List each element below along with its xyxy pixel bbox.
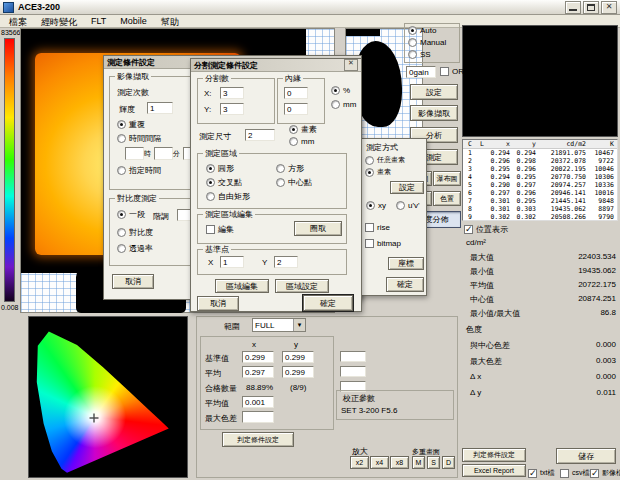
- menu-file[interactable]: 檔案: [2, 15, 34, 27]
- judge-condition-button[interactable]: 判定條件設定: [462, 448, 526, 462]
- csv-file-checkbox[interactable]: csv檔: [560, 468, 590, 478]
- secondary-image-view[interactable]: [462, 25, 618, 137]
- close-icon[interactable]: [344, 59, 358, 71]
- radio-circle[interactable]: 圓形: [206, 163, 234, 174]
- pick-button[interactable]: 圈取: [294, 221, 342, 236]
- col-y-header: y: [294, 340, 298, 349]
- area-edit-button[interactable]: 區域編集: [215, 279, 269, 293]
- radio-xy[interactable]: xy: [366, 201, 386, 210]
- save-button[interactable]: 儲存: [556, 448, 616, 464]
- specified-time-label: 指定時間: [129, 165, 161, 176]
- aux-field-1[interactable]: [340, 351, 366, 362]
- reference-x-field[interactable]: 0.299: [242, 351, 274, 363]
- y-inner-field[interactable]: 0: [284, 103, 308, 115]
- menu-help[interactable]: 幫助: [154, 15, 186, 27]
- measure-table[interactable]: CLxycd/m2K10.2940.29421891.0751046720.29…: [462, 139, 618, 221]
- y-division-field[interactable]: 3: [220, 103, 244, 115]
- minimize-icon[interactable]: [565, 1, 581, 14]
- coordinate-button[interactable]: 座標: [388, 257, 424, 270]
- pass-count-value: 88.89%: [246, 383, 273, 392]
- radio-square[interactable]: 方形: [276, 163, 304, 174]
- or-checkbox[interactable]: OR: [440, 67, 464, 76]
- chevron-down-icon[interactable]: [293, 319, 305, 331]
- cie-diagram[interactable]: [28, 316, 188, 478]
- menu-trend[interactable]: 經時變化: [34, 15, 84, 27]
- radio-ss[interactable]: SS: [408, 50, 431, 59]
- dialog-title-bar[interactable]: 分割測定條件設定: [191, 59, 361, 72]
- radio-center-point[interactable]: 中心點: [276, 177, 312, 188]
- rise-checkbox[interactable]: rise: [365, 223, 390, 232]
- image-file-checkbox[interactable]: 影像檔: [590, 468, 620, 478]
- method-set-button[interactable]: 設定: [390, 181, 424, 194]
- radio-icon: [289, 137, 298, 146]
- aux-field-2[interactable]: [340, 366, 366, 377]
- luminance-count-field[interactable]: 1: [147, 102, 173, 114]
- gain-field[interactable]: 0gain: [406, 66, 436, 78]
- maximize-icon[interactable]: [583, 1, 599, 14]
- bitmap-checkbox[interactable]: bitmap: [365, 239, 401, 248]
- judge-condition-button-2[interactable]: 判定條件設定: [222, 432, 294, 447]
- radio-mm-unit[interactable]: mm: [289, 137, 314, 146]
- table-cell: 0.298: [513, 157, 539, 165]
- table-row: 40.2940.29520770.75010306: [463, 173, 617, 181]
- stat-row-center-diff: 與中心色差0.000: [470, 340, 616, 351]
- division-group-label: 分割數: [203, 73, 231, 84]
- range-select[interactable]: FULL: [252, 318, 306, 332]
- hour-field[interactable]: [125, 147, 144, 160]
- capture-button[interactable]: 影像擷取: [410, 105, 458, 121]
- set-button[interactable]: 設定: [410, 84, 458, 100]
- reference-y-field[interactable]: 0.299: [282, 351, 314, 363]
- radio-cross-point[interactable]: 交叉點: [206, 177, 242, 188]
- radio-interval[interactable]: 時間間隔: [117, 133, 161, 144]
- excel-report-button[interactable]: Excel Report: [462, 464, 526, 477]
- radio-manual[interactable]: Manual: [408, 38, 446, 47]
- measure-size-field[interactable]: 2: [245, 129, 275, 141]
- radio-uv[interactable]: u'v': [396, 201, 420, 210]
- radio-auto[interactable]: Auto: [408, 26, 436, 35]
- radio-percent[interactable]: %: [331, 86, 350, 95]
- table-cell: 0.295: [487, 165, 513, 173]
- stat-label: 最大值: [470, 252, 494, 263]
- menu-flt[interactable]: FLT: [84, 15, 113, 27]
- edit-checkbox[interactable]: 編集: [206, 224, 234, 235]
- x-division-field[interactable]: 3: [220, 87, 244, 99]
- menu-mobile[interactable]: Mobile: [113, 15, 154, 27]
- multi-s-button[interactable]: S: [427, 456, 440, 469]
- x-inner-field[interactable]: 0: [284, 87, 308, 99]
- base-x-field[interactable]: 1: [220, 256, 244, 268]
- multi-m-button[interactable]: M: [412, 456, 425, 469]
- split-cancel-button[interactable]: 取消: [197, 296, 239, 311]
- txt-file-checkbox[interactable]: txt檔: [528, 468, 554, 478]
- close-icon[interactable]: [601, 1, 617, 14]
- position-display-checkbox[interactable]: 位置表示: [464, 224, 508, 235]
- txt-file-label: txt檔: [540, 468, 554, 478]
- radio-pixel[interactable]: 畫素: [365, 167, 391, 177]
- inner-edge-group-label: 內緣: [283, 73, 303, 84]
- radio-icon: [276, 164, 285, 173]
- zoom-x2-button[interactable]: x2: [350, 456, 369, 469]
- zoom-x4-button[interactable]: x4: [370, 456, 389, 469]
- radio-contrast[interactable]: 對比度: [117, 227, 153, 238]
- table-row: 30.2950.29620022.19510046: [463, 165, 617, 173]
- radio-mm[interactable]: mm: [331, 100, 356, 109]
- color-position-button[interactable]: 色置: [433, 191, 461, 206]
- radio-one-step[interactable]: 一段: [117, 209, 145, 220]
- radio-specified-time[interactable]: 指定時間: [117, 165, 161, 176]
- base-y-field[interactable]: 2: [274, 256, 298, 268]
- split-ok-button[interactable]: 確定: [303, 295, 353, 311]
- radio-pixel-unit[interactable]: 畫素: [289, 124, 317, 135]
- waterfall-button[interactable]: 瀑布圖: [433, 171, 461, 186]
- radio-transmittance[interactable]: 透過率: [117, 243, 153, 254]
- checkbox-icon: [440, 67, 449, 76]
- multi-d-button[interactable]: D: [442, 456, 455, 469]
- minute-field[interactable]: [154, 147, 173, 160]
- table-cell: 0.296: [513, 189, 539, 197]
- stat-row-center: 中心值20874.251: [470, 294, 616, 305]
- area-set-button[interactable]: 區域設定: [275, 279, 329, 293]
- radio-free-rect[interactable]: 自由矩形: [206, 191, 250, 202]
- radio-overlap[interactable]: 重覆: [117, 119, 145, 130]
- measure-cancel-button[interactable]: 取消: [112, 274, 154, 289]
- zoom-x8-button[interactable]: x8: [390, 456, 409, 469]
- radio-any-pixel[interactable]: 任意畫素: [365, 155, 405, 165]
- method-ok-button[interactable]: 確定: [386, 277, 424, 292]
